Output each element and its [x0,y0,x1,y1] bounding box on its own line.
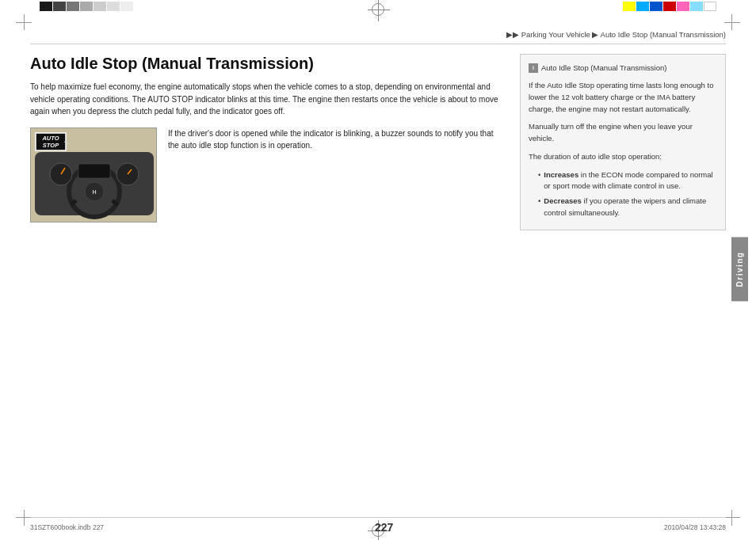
image-caption: If the driver's door is opened while the… [168,127,504,152]
registration-mark-top [372,3,384,16]
crop-mark [24,14,25,30]
page-content: ▶▶ Parking Your Vehicle ▶ Auto Idle Stop… [30,30,726,510]
crop-mark [24,510,25,526]
sidebar-box: i Auto Idle Stop (Manual Transmission) I… [520,54,726,230]
dashboard-image: H AUTO STOP [30,127,157,222]
color-swatches-right [623,2,716,11]
increases-term: Increases [544,170,578,179]
breadcrumb: ▶▶ Parking Your Vehicle ▶ Auto Idle Stop… [30,30,726,44]
page-title: Auto Idle Stop (Manual Transmission) [30,54,504,73]
crop-mark [731,14,732,30]
svg-rect-13 [78,164,110,178]
svg-text:H: H [92,189,96,195]
bullet-list: • Increases in the ECON mode compared to… [538,169,717,219]
crop-mark [724,517,740,518]
bullet-text-decreases: Decreases if you operate the wipers and … [544,196,717,219]
crop-mark [731,510,732,526]
main-content: Auto Idle Stop (Manual Transmission) To … [30,54,726,230]
color-swatches-left [40,2,133,11]
sidebar-title-text: Auto Idle Stop (Manual Transmission) [541,63,666,74]
crop-mark [724,22,740,23]
bullet-item-increases: • Increases in the ECON mode compared to… [538,169,717,192]
svg-text:STOP: STOP [43,142,59,149]
breadcrumb-section1: Parking Your Vehicle [521,30,590,39]
decreases-term: Decreases [544,196,582,205]
image-section: H AUTO STOP [30,127,504,222]
dashboard-svg: H AUTO STOP [31,128,157,222]
bullet-dot-1: • [538,169,540,192]
svg-text:AUTO: AUTO [41,135,59,142]
breadcrumb-prefix: ▶▶ [506,30,519,39]
sidebar-duration-text: The duration of auto idle stop operation… [529,151,717,163]
bullet-dot-2: • [538,196,540,219]
footer: 31SZT600book.indb 227 227 2010/04/28 13:… [30,517,726,534]
breadcrumb-section2: Auto Idle Stop (Manual Transmission) [601,30,726,39]
page-number: 227 [375,521,393,534]
sidebar-paragraph1: If the Auto Idle Stop operating time las… [529,80,717,115]
left-column: Auto Idle Stop (Manual Transmission) To … [30,54,504,230]
driving-tab: Driving [731,238,748,302]
sidebar-paragraph2: Manually turn off the engine when you le… [529,121,717,144]
footer-right: 2010/04/28 13:43:28 [664,523,726,531]
sidebar-info-icon: i [529,63,538,73]
footer-left: 31SZT600book.indb 227 [30,523,104,531]
bullet-text-increases: Increases in the ECON mode compared to n… [544,169,717,192]
breadcrumb-arrow: ▶ [592,30,600,39]
bullet-item-decreases: • Decreases if you operate the wipers an… [538,196,717,219]
sidebar-title-row: i Auto Idle Stop (Manual Transmission) [529,63,717,74]
main-paragraph: To help maximize fuel economy, the engin… [30,81,504,118]
